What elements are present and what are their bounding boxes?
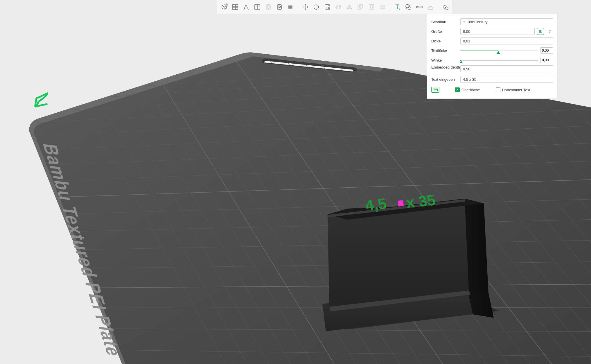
move-icon[interactable] <box>300 2 310 12</box>
svg-rect-60 <box>236 4 238 7</box>
thickness-input[interactable] <box>460 37 553 44</box>
toolbar-separator <box>390 3 390 11</box>
svg-line-75 <box>335 6 341 8</box>
model-box[interactable] <box>322 199 500 331</box>
negative-part-icon[interactable] <box>403 2 413 12</box>
svg-point-89 <box>428 8 433 10</box>
svg-rect-61 <box>233 7 235 10</box>
text-cursor[interactable] <box>398 200 404 207</box>
gap-slider[interactable] <box>460 48 538 53</box>
check-icon <box>496 87 500 92</box>
number-zero-icon[interactable] <box>263 2 273 12</box>
auto-orient-icon[interactable] <box>241 2 251 12</box>
horizontal-checkbox[interactable]: Horizontaler Text <box>496 87 530 92</box>
svg-line-82 <box>406 5 411 9</box>
surface-checkbox-label: Oberfläche <box>461 88 480 92</box>
angle-value[interactable] <box>540 57 553 63</box>
svg-point-81 <box>406 4 409 8</box>
svg-rect-59 <box>233 4 235 7</box>
horizontal-checkbox-label: Horizontaler Text <box>502 88 530 92</box>
font-select[interactable]: 18thCentury <box>460 18 553 25</box>
model-text-right[interactable]: x 35 <box>405 191 437 211</box>
text-edit-icon <box>31 89 55 112</box>
bed-color-icon[interactable] <box>425 2 435 12</box>
gap-value[interactable] <box>540 47 553 54</box>
add-cube-icon[interactable] <box>219 2 229 12</box>
svg-rect-62 <box>236 7 238 10</box>
text-tool-icon[interactable]: a <box>392 2 402 12</box>
svg-point-67 <box>267 6 270 8</box>
svg-rect-74 <box>326 7 328 9</box>
split-view-icon[interactable] <box>252 2 262 12</box>
font-select-value: 18thCentury <box>467 20 488 24</box>
gap-label: Textlücke <box>431 49 460 53</box>
rotate-icon[interactable] <box>311 2 321 12</box>
svg-rect-76 <box>358 6 361 9</box>
svg-rect-79 <box>370 6 373 8</box>
text-tool-panel: Schriftart 18thCentury Größe B T Dicke T… <box>427 14 558 99</box>
box-cube-icon[interactable] <box>378 2 387 12</box>
assembly-icon[interactable] <box>440 2 450 12</box>
toolbar: a <box>217 0 453 14</box>
layers-icon[interactable] <box>285 2 295 12</box>
size-label: Größe <box>431 29 460 34</box>
arrange-grid-icon[interactable] <box>230 2 240 12</box>
svg-rect-68 <box>277 5 281 9</box>
box-group-icon[interactable] <box>355 2 365 12</box>
keyboard-icon[interactable] <box>431 87 439 93</box>
bold-toggle[interactable]: B <box>537 28 544 35</box>
text-input[interactable] <box>460 76 553 83</box>
model-text-left[interactable]: 4,5 <box>364 195 388 214</box>
toolbar-separator <box>438 3 438 11</box>
textinput-label: Text eingeben <box>431 77 460 82</box>
measure-icon[interactable] <box>414 2 424 12</box>
scale-icon[interactable] <box>322 2 332 12</box>
svg-rect-78 <box>369 5 374 9</box>
toolbar-separator <box>298 3 298 11</box>
italic-toggle[interactable]: T <box>546 28 553 35</box>
mesh-icon[interactable] <box>344 2 354 12</box>
plane-cut-icon[interactable] <box>333 2 343 12</box>
svg-rect-84 <box>416 6 422 8</box>
svg-text:a: a <box>399 7 400 10</box>
svg-rect-77 <box>360 5 362 8</box>
surface-checkbox[interactable]: ✓ Oberfläche <box>455 87 480 92</box>
angle-label: Winkel <box>431 58 460 62</box>
font-label: Schriftart <box>431 20 460 24</box>
thickness-label: Dicke <box>431 39 460 43</box>
size-input[interactable] <box>460 28 535 35</box>
check-icon: ✓ <box>455 87 460 92</box>
svg-point-83 <box>408 7 411 10</box>
depth-label: Embedded depth <box>431 65 460 69</box>
box-select-icon[interactable] <box>367 2 376 12</box>
letter-p-icon[interactable] <box>274 2 284 12</box>
depth-input[interactable] <box>460 65 553 72</box>
angle-slider[interactable] <box>460 57 538 63</box>
